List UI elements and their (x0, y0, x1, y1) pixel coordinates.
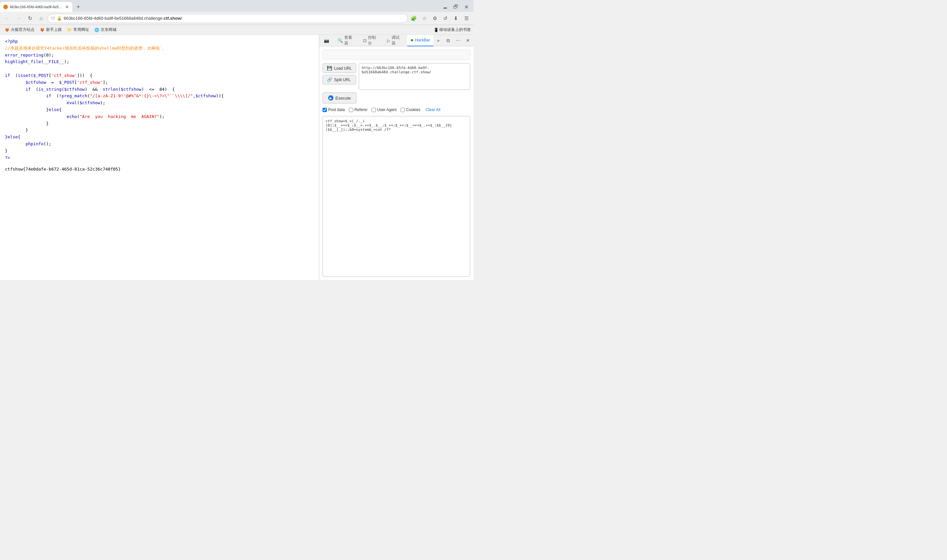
tab-inspector[interactable]: 🔍 查看器 (334, 35, 359, 46)
execute-label: Execute (336, 95, 351, 100)
security-icon: 🛡 (51, 16, 55, 21)
close-window-button[interactable]: ✕ (462, 2, 471, 11)
hackbar-url-row: 💾 Load URL 🔗 Split URL http://663bc166-6… (323, 63, 470, 90)
new-tab-button[interactable]: + (74, 2, 83, 11)
bookmark-jd[interactable]: 🌐 京东商城 (92, 26, 119, 33)
code-line-10: eval($ctfshow); (5, 100, 314, 106)
console-label: 控制台 (368, 35, 379, 46)
bookmark-new-user[interactable]: 🦊 新手上路 (38, 26, 64, 33)
referer-checkbox[interactable] (349, 108, 353, 112)
hackbar-content: 💾 Load URL 🔗 Split URL http://663bc166-6… (319, 46, 473, 280)
inspector-label: 查看器 (344, 35, 356, 46)
mobile-bookmarks[interactable]: 📱 移动设备上的书签 (434, 27, 471, 32)
address-bar[interactable]: 🛡 🔒 663bc166-65fd-4d60-ba9f-6e51668a648d… (47, 14, 408, 23)
user-agent-label: User Agent (377, 108, 397, 112)
nav-bar: ← → ↻ ⌂ 🛡 🔒 663bc166-65fd-4d60-ba9f-6e51… (0, 12, 473, 25)
main-area: <?php //本题灵感来自研究Y4tacker佬在吃瓜杯投稿的shellme时… (0, 35, 473, 280)
url-display: 663bc166-65fd-4d60-ba9f-6e51668a648d.cha… (64, 16, 404, 21)
more-tabs-button[interactable]: » (434, 36, 443, 45)
refresh-button[interactable]: ↻ (25, 14, 35, 23)
tab-controls: 🗕 🗗 ✕ (440, 2, 473, 11)
bookmark-jd-icon: 🌐 (94, 28, 99, 32)
maximize-button[interactable]: 🗗 (451, 2, 460, 11)
cookies-checkbox-item[interactable]: Cookies (400, 108, 420, 112)
home-button[interactable]: ⌂ (36, 14, 46, 23)
tab-screenshot[interactable]: 📷 (320, 35, 334, 46)
bookmarks-bar: 🦊 火狐官方站点 🦊 新手上路 📁 常用网址 🌐 京东商城 📱 移动设备上的书签 (0, 25, 473, 35)
code-line-1: <?php (5, 38, 314, 45)
mobile-bookmarks-icon: 📱 (434, 28, 439, 32)
code-line-11: }else{ (5, 106, 314, 113)
debugger-icon: ▷ (387, 38, 390, 43)
bookmark-firefox[interactable]: 🦊 火狐官方站点 (3, 26, 37, 33)
clear-all-link[interactable]: Clear All (425, 108, 440, 112)
downloads-button[interactable]: ⬇ (451, 14, 460, 23)
code-line-13: } (5, 120, 314, 127)
devtools-close-button[interactable]: ✕ (463, 36, 472, 45)
extensions-button[interactable]: 🧩 (409, 14, 418, 23)
code-line-5 (5, 65, 314, 72)
split-url-label: Split URL (334, 78, 351, 82)
bookmark-button[interactable]: ☆ (420, 14, 429, 23)
bookmark-common-sites-icon: 📁 (67, 28, 72, 32)
hackbar-label: HackBar (415, 38, 430, 42)
code-line-15: }else{ (5, 134, 314, 141)
url-input[interactable]: http://663bc166-65fd-4d60-ba9f-6e51668a6… (359, 63, 470, 90)
debugger-label: 调试器 (392, 35, 403, 46)
mobile-bookmarks-label: 移动设备上的书签 (439, 27, 471, 32)
bookmark-common-sites-label: 常用网址 (73, 27, 89, 32)
active-tab[interactable]: 663bc166-65fd-4d60-ba9f-6e51... ✕ (0, 2, 72, 12)
console-icon: ⊡ (363, 38, 366, 43)
post-data-checkbox-item[interactable]: Post data (323, 108, 345, 112)
tab-debugger[interactable]: ▷ 调试器 (384, 35, 407, 46)
post-data-input[interactable]: ctf_show=$_=(_/._) [0];$__=++$_;$__=.++$… (323, 116, 470, 277)
user-agent-checkbox[interactable] (371, 108, 376, 112)
user-agent-checkbox-item[interactable]: User Agent (371, 108, 397, 112)
cookies-checkbox[interactable] (400, 108, 405, 112)
code-line-6: if (isset($_POST['ctf_show'])) { (5, 72, 314, 79)
bookmark-firefox-label: 火狐官方站点 (11, 27, 34, 32)
execute-icon: ▶ (328, 95, 333, 100)
load-url-icon: 💾 (327, 66, 332, 71)
split-url-icon: 🔗 (327, 77, 332, 82)
lock-icon: 🔒 (57, 16, 62, 21)
menu-button[interactable]: ☰ (462, 14, 471, 23)
code-line-17: } (5, 148, 314, 154)
tab-favicon (3, 5, 8, 9)
url-prefix: 663bc166-65fd-4d60-ba9f-6e51668a648d.cha… (64, 16, 164, 21)
code-line-8: if (is_string($ctfshow) && strlen($ctfsh… (5, 86, 314, 93)
bookmark-new-user-label: 新手上路 (46, 27, 62, 32)
nav-right-icons: 🧩 ☆ ⚙ ↺ ⬇ ☰ (409, 14, 471, 23)
post-data-label: Post data (328, 108, 345, 112)
screenshot-icon: 📷 (324, 38, 329, 43)
devtools-tabs: 📷 🔍 查看器 ⊡ 控制台 ▷ 调试器 ● HackBar » ⧉ ⋯ (319, 35, 473, 46)
minimize-button[interactable]: 🗕 (440, 2, 450, 11)
devtools-more-button[interactable]: ⋯ (454, 36, 462, 45)
tab-title: 663bc166-65fd-4d60-ba9f-6e51... (10, 5, 63, 9)
hackbar-icon: ● (410, 37, 414, 43)
execute-button[interactable]: ▶ Execute (323, 92, 356, 103)
bookmark-firefox-icon: 🦊 (5, 28, 9, 32)
post-data-checkbox[interactable] (323, 108, 327, 112)
referer-checkbox-item[interactable]: Referer (349, 108, 368, 112)
devtools-open-button[interactable]: ⚙ (430, 14, 439, 23)
flag-output: ctfshow{74e0dafe-b672-465d-81ca-52c36c74… (5, 166, 314, 173)
code-line-7: $ctfshow = $_POST['ctf_show']; (5, 79, 314, 86)
forward-button[interactable]: → (14, 14, 24, 23)
tab-close-button[interactable]: ✕ (65, 5, 69, 9)
devtools-controls: » ⧉ ⋯ ✕ (434, 36, 472, 45)
bookmark-common-sites[interactable]: 📁 常用网址 (65, 26, 91, 33)
code-line-3: error_reporting(0); (5, 52, 314, 59)
code-line-14: } (5, 127, 314, 134)
load-url-button[interactable]: 💾 Load URL (323, 63, 356, 73)
split-url-button[interactable]: 🔗 Split URL (323, 75, 356, 85)
devtools-panel: 📷 🔍 查看器 ⊡ 控制台 ▷ 调试器 ● HackBar » ⧉ ⋯ (319, 35, 473, 280)
hackbar-top-area (323, 50, 470, 60)
tab-hackbar[interactable]: ● HackBar (407, 35, 433, 46)
history-back-button[interactable]: ↺ (440, 14, 450, 23)
code-line-18: ?> (5, 154, 314, 162)
dock-button[interactable]: ⧉ (444, 36, 453, 45)
tab-console[interactable]: ⊡ 控制台 (360, 35, 383, 46)
bookmark-jd-label: 京东商城 (101, 27, 116, 32)
back-button[interactable]: ← (3, 14, 12, 23)
